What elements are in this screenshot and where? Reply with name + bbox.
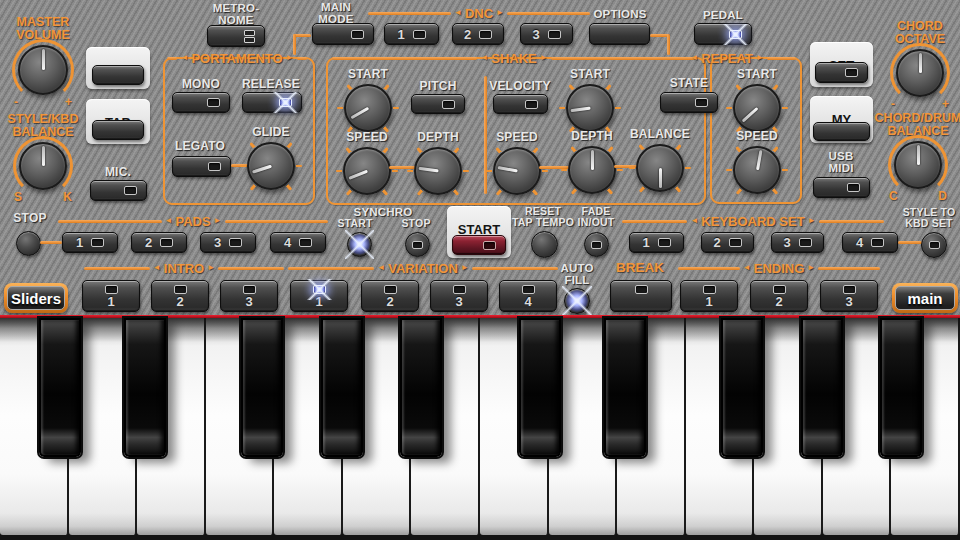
- max-label: +: [65, 95, 72, 109]
- break-button[interactable]: [610, 280, 672, 312]
- knob-pointer: [350, 106, 369, 118]
- intro-2-led: [174, 285, 187, 294]
- reset-tap-tempo-button[interactable]: [531, 231, 558, 258]
- ending-button-2[interactable]: 2: [750, 280, 808, 312]
- pad-button-3[interactable]: 3: [200, 232, 256, 253]
- mic-button[interactable]: [90, 180, 147, 201]
- dnc-button-3[interactable]: 3: [520, 23, 573, 45]
- style-kbd-balance-knob[interactable]: [19, 142, 67, 190]
- repeat-speed-knob[interactable]: [733, 146, 781, 194]
- chord-drum-balance-knob[interactable]: [894, 141, 942, 189]
- intro-button-3[interactable]: 3: [220, 280, 278, 312]
- shake-speed-left-label: SPEED: [346, 131, 388, 144]
- my-setting-button[interactable]: [813, 122, 870, 141]
- variation-button-3[interactable]: 3: [430, 280, 488, 312]
- usb-midi-button[interactable]: [813, 177, 870, 198]
- black-key[interactable]: [124, 318, 166, 457]
- chord-octave-knob[interactable]: [896, 49, 944, 97]
- black-key[interactable]: [400, 318, 442, 457]
- shake-speed-left-knob[interactable]: [343, 147, 391, 195]
- set-button[interactable]: [815, 62, 868, 83]
- set-led: [845, 68, 858, 77]
- release-button[interactable]: [242, 92, 302, 113]
- knob-pointer: [591, 150, 594, 170]
- auto-fill-button[interactable]: [564, 288, 590, 314]
- ending-button-3[interactable]: 3: [820, 280, 878, 312]
- shake-depth-right-knob[interactable]: [568, 146, 616, 194]
- shake-start-right-knob[interactable]: [566, 84, 614, 132]
- synchro-stop-button[interactable]: [405, 232, 430, 257]
- mode-button[interactable]: [92, 65, 144, 85]
- keyboard-set-button-2[interactable]: 2: [701, 232, 754, 253]
- shake-start-left-knob[interactable]: [344, 84, 392, 132]
- black-key[interactable]: [519, 318, 561, 457]
- piano-keyboard: [0, 318, 960, 535]
- style-to-kbd-label: STYLE TO KBD SET: [900, 207, 958, 229]
- sliders-button[interactable]: Sliders: [4, 283, 68, 313]
- tab-button[interactable]: [92, 120, 144, 140]
- black-key[interactable]: [604, 318, 646, 457]
- ending-button-1[interactable]: 1: [680, 280, 738, 312]
- mono-button[interactable]: [172, 92, 230, 113]
- dnc-button-2[interactable]: 2: [452, 23, 504, 45]
- metronome-label: METRO- NOME: [196, 2, 276, 26]
- repeat-start-knob[interactable]: [733, 84, 781, 132]
- master-volume-knob[interactable]: [18, 45, 68, 95]
- black-key[interactable]: [241, 318, 283, 457]
- shake-header: ◄ SHAKE ►: [332, 51, 696, 65]
- pedal-button[interactable]: [694, 23, 752, 45]
- stop-button[interactable]: [16, 231, 41, 256]
- mode-plate: MODE: [86, 47, 150, 89]
- main-mode-button[interactable]: [312, 23, 374, 45]
- black-key[interactable]: [880, 318, 922, 457]
- glide-knob[interactable]: [247, 142, 295, 190]
- repeat-speed-group: SPEED: [727, 130, 787, 194]
- shake-depth-right-label: DEPTH: [571, 130, 613, 143]
- knob-pointer: [570, 106, 590, 112]
- variation-button-2[interactable]: 2: [361, 280, 419, 312]
- pitch-button[interactable]: [411, 94, 465, 114]
- variation-button-1[interactable]: 1: [290, 280, 348, 312]
- state-button[interactable]: [660, 92, 718, 113]
- start-stop-button[interactable]: [452, 235, 506, 255]
- synchro-start-button[interactable]: [347, 232, 372, 257]
- velocity-button[interactable]: [493, 94, 548, 114]
- style-to-kbd-button[interactable]: [921, 232, 947, 258]
- options-button[interactable]: [589, 23, 650, 45]
- shake-start-right-group: START: [560, 68, 620, 132]
- black-key[interactable]: [721, 318, 763, 457]
- black-key[interactable]: [321, 318, 363, 457]
- synchro-stop-label: STOP: [392, 218, 440, 229]
- shake-depth-left-knob[interactable]: [414, 147, 462, 195]
- keyboard-set-button-4[interactable]: 4: [842, 232, 898, 253]
- fade-button[interactable]: [584, 232, 609, 257]
- variation-button-4[interactable]: 4: [499, 280, 557, 312]
- pad-button-1[interactable]: 1: [62, 232, 118, 253]
- connector-line: [40, 241, 62, 244]
- keyboard-set-header: ◄ KEYBOARD SET ►: [622, 214, 884, 228]
- legato-button[interactable]: [172, 156, 231, 177]
- keyboard-set-button-1[interactable]: 1: [629, 232, 684, 253]
- keyboard-set-button-3[interactable]: 3: [771, 232, 824, 253]
- min-label: -: [14, 95, 18, 109]
- metronome-button[interactable]: [207, 25, 265, 47]
- break-led: [635, 285, 648, 294]
- pad-button-2[interactable]: 2: [131, 232, 187, 253]
- usb-midi-label: USB MIDI: [818, 150, 864, 174]
- connector-line: [898, 241, 922, 244]
- shake-depth-left-group: DEPTH: [408, 131, 468, 195]
- glide-label: GLIDE: [252, 126, 290, 139]
- shake-speed-right-knob[interactable]: [493, 147, 541, 195]
- main-button[interactable]: main: [892, 283, 958, 313]
- shake-balance-knob[interactable]: [636, 144, 684, 192]
- dnc-button-1[interactable]: 1: [384, 23, 439, 45]
- pads-header: ◄ PADS ►: [58, 214, 328, 228]
- black-key[interactable]: [801, 318, 843, 457]
- set-plate: SET: [810, 42, 873, 87]
- intro-button-1[interactable]: 1: [82, 280, 140, 312]
- black-key[interactable]: [39, 318, 81, 457]
- pedal-label: PEDAL: [696, 9, 750, 21]
- dnc-2-led: [479, 30, 492, 39]
- intro-button-2[interactable]: 2: [151, 280, 209, 312]
- pad-button-4[interactable]: 4: [270, 232, 326, 253]
